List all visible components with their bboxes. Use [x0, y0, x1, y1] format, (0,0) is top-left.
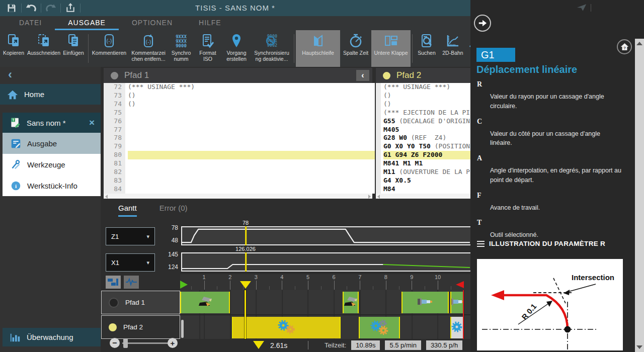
- menu-tab-hilfe[interactable]: HILFE: [186, 16, 234, 30]
- ribbon-button-mainloop[interactable]: Hauptschleife: [296, 30, 340, 67]
- line-number: 76: [104, 117, 125, 126]
- titlebar: TISIS - SANS NOM *: [0, 0, 470, 16]
- ribbon-button-panes[interactable]: Untere Klappe: [371, 30, 411, 67]
- signal-select-z1[interactable]: Z1▾: [106, 227, 155, 245]
- cursor-time-icon: [253, 341, 264, 349]
- gantt-operation-block[interactable]: [359, 317, 400, 338]
- save-button[interactable]: [4, 2, 19, 15]
- code-line: M841 M1 M1: [383, 159, 473, 168]
- ruler-minor-tick: [191, 286, 192, 290]
- close-document-icon[interactable]: ×: [89, 117, 95, 128]
- ribbon-button-syncnum[interactable]: 9XXX9XXX9000Synchro numm: [169, 30, 194, 67]
- zoom-slider-handle[interactable]: [123, 338, 128, 348]
- tab-error[interactable]: Error (0): [159, 204, 188, 217]
- signal-chart-x1[interactable]: [181, 252, 470, 272]
- gantt-row-label-pfad1[interactable]: Pfad 1: [101, 291, 180, 314]
- code-line: (): [128, 100, 375, 109]
- ruler-minor-tick: [269, 286, 270, 290]
- horizontal-scrollbar[interactable]: [376, 194, 470, 199]
- axis-max-label: 78: [164, 224, 178, 231]
- gantt-operation-block[interactable]: [180, 292, 230, 313]
- redo-button[interactable]: [43, 2, 58, 15]
- ribbon-button-label: Kommentieren: [92, 50, 126, 56]
- zoom-in-button[interactable]: +: [168, 338, 178, 348]
- sidebar-item-home[interactable]: Home: [0, 84, 101, 105]
- signal-select-x1[interactable]: X1▾: [106, 253, 155, 272]
- timeline-cursor-marker[interactable]: [240, 281, 251, 289]
- line-number: 77: [104, 126, 125, 134]
- sidebar-document-tab[interactable]: T Sans nom * ×: [3, 113, 101, 133]
- gantt-operation-block[interactable]: [401, 292, 449, 313]
- timeline-start-marker[interactable]: [180, 281, 188, 289]
- code-editor-pfad2[interactable]: (*** USINAGE ***)()()(*** EJECTION DE LA…: [381, 83, 473, 194]
- sidebar-item-label: Home: [24, 90, 44, 99]
- ribbon-button-search[interactable]: Suchen: [414, 30, 439, 67]
- timeline-ruler[interactable]: 12345678910: [180, 274, 470, 290]
- ribbon-button-pin[interactable]: Vorgang erstellen: [222, 30, 251, 67]
- gantt-chart[interactable]: [180, 290, 470, 339]
- scroll-up-icon[interactable]: [636, 42, 642, 45]
- ribbon-button-path2d[interactable]: 2D-Bahn: [439, 30, 466, 67]
- ribbon-button-formatiso[interactable]: Format ISO: [194, 30, 222, 67]
- help-home-button[interactable]: ?: [617, 39, 632, 54]
- ruler-minor-tick: [399, 286, 399, 290]
- comment-icon: (-): [102, 33, 117, 49]
- horizontal-scrollbar[interactable]: [104, 194, 372, 199]
- sidebar-item-ausgabe[interactable]: Ausgabe: [3, 133, 101, 154]
- tool-icon: [343, 296, 359, 310]
- ribbon-button-comment[interactable]: (-)Kommentieren: [90, 30, 128, 67]
- code-line: [128, 159, 375, 168]
- scroll-down-icon[interactable]: [636, 345, 642, 349]
- ribbon-button-stopwatch[interactable]: Spalte Zeit: [340, 30, 371, 67]
- ribbon-button-paste[interactable]: Einfügen: [60, 30, 87, 67]
- menu-tab-datei[interactable]: DATEI: [6, 16, 55, 30]
- ribbon-button-uncomment[interactable]: (-)Kommentarzei chen entfern...: [128, 30, 169, 67]
- tab-gantt[interactable]: Gantt: [118, 204, 137, 217]
- path2-dot: [109, 323, 117, 331]
- sidebar-item-ueberwachung[interactable]: Überwachung: [3, 328, 101, 346]
- signal-chart-z1[interactable]: [181, 226, 470, 245]
- timeline-end-marker[interactable]: [456, 281, 464, 288]
- menu-tab-optionen[interactable]: OPTIONEN: [119, 16, 186, 30]
- gantt-cursor-line[interactable]: [245, 290, 246, 339]
- expand-panel-button[interactable]: [474, 15, 491, 32]
- svg-text:(-): (-): [146, 39, 151, 45]
- ribbon-button-cut[interactable]: Ausschneiden: [27, 30, 60, 67]
- gantt-operation-block[interactable]: [450, 317, 464, 338]
- ribbon-button-wizard[interactable]: Wiz: [466, 30, 470, 67]
- code-editor-pfad1[interactable]: (*** USINAGE ***)()(): [125, 83, 375, 194]
- row-label: Pfad 1: [125, 299, 145, 306]
- scroll-left-icon[interactable]: [377, 195, 380, 199]
- sidebar-item-werkzeuge[interactable]: Werkzeuge: [3, 154, 101, 175]
- sidebar-item-werkst-ck-info[interactable]: iWerkstück-Info: [3, 175, 101, 196]
- gantt-row-handle[interactable]: [181, 320, 184, 338]
- zoom-out-button[interactable]: –: [110, 338, 120, 348]
- gantt-row-label-pfad2[interactable]: Pfad 2: [101, 315, 180, 339]
- airplane-icon[interactable]: [577, 4, 587, 12]
- code-comment: (DECALAGE D'ORIGIN: [399, 117, 470, 125]
- gantt-view-button[interactable]: [106, 276, 121, 289]
- scroll-right-icon[interactable]: [368, 195, 371, 199]
- gantt-operation-block[interactable]: [343, 292, 359, 313]
- undo-button[interactable]: [24, 2, 39, 15]
- sidebar-collapse-button[interactable]: ‹: [3, 68, 17, 81]
- scroll-left-icon[interactable]: [105, 195, 108, 199]
- code-line: (*** USINAGE ***): [128, 83, 375, 92]
- gantt-operation-block[interactable]: [232, 317, 341, 338]
- ribbon-button-copy[interactable]: Kopieren: [0, 30, 27, 67]
- code-line: M84: [383, 185, 473, 194]
- gcode-badge: G1: [476, 48, 515, 62]
- axis-min-label: 124: [164, 263, 178, 271]
- ribbon-button-syncoff[interactable]: 900090019002Synchronisieru ng deaktivie.…: [251, 30, 292, 67]
- waveform-view-button[interactable]: [124, 276, 139, 289]
- collapse-editor-button[interactable]: ‹: [356, 70, 369, 81]
- code-comment: (): [128, 100, 136, 108]
- code-comment: (): [383, 100, 391, 108]
- export-button[interactable]: [63, 2, 78, 15]
- zoom-slider-track[interactable]: [122, 342, 169, 344]
- sidebar-item-label: Werkstück-Info: [27, 182, 77, 190]
- code-keyword: G4 X0.5: [383, 177, 411, 184]
- menu-tab-ausgabe[interactable]: AUSGABE: [55, 16, 119, 30]
- gantt-operation-block[interactable]: [450, 292, 464, 313]
- help-scrollbar[interactable]: [635, 39, 644, 352]
